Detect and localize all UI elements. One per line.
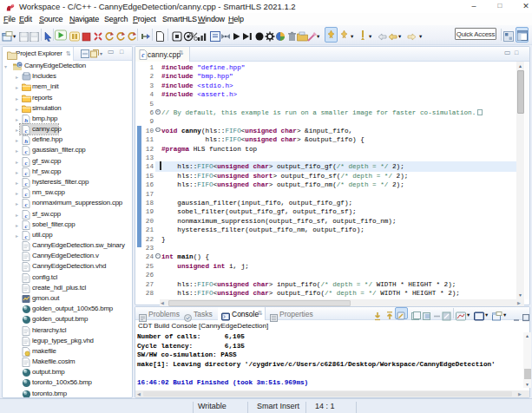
svg-text:c: c	[25, 128, 28, 134]
svg-text:c: c	[25, 201, 28, 208]
svg-text:C: C	[18, 62, 22, 68]
svg-text:c: c	[25, 222, 28, 229]
svg-text:c: c	[25, 233, 28, 239]
svg-text:c: c	[25, 159, 28, 166]
svg-text:h: h	[24, 116, 28, 123]
svg-text:c: c	[25, 180, 28, 187]
svg-text:h: h	[24, 138, 28, 145]
svg-text:c: c	[25, 148, 28, 155]
svg-text:c: c	[25, 169, 28, 176]
svg-text:c: c	[25, 191, 28, 198]
svg-text:c: c	[25, 212, 28, 219]
